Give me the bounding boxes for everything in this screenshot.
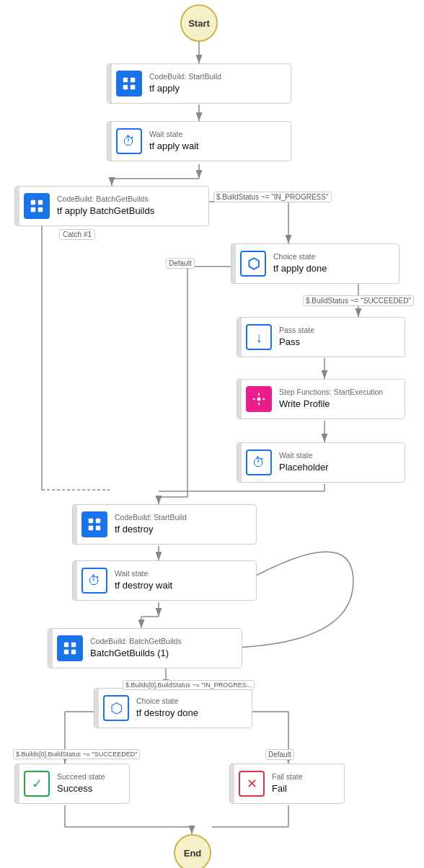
svg-rect-41 <box>31 207 35 212</box>
choice-apply-title: tf apply done <box>273 262 392 275</box>
choice-destroy-node[interactable]: ⬡ Choice state tf destroy done <box>94 688 252 728</box>
fail-icon: ✕ <box>239 771 265 797</box>
fail-text: Fail state Fail <box>269 764 344 803</box>
svg-rect-46 <box>89 526 93 530</box>
choice-apply-text: Choice state tf apply done <box>270 244 399 283</box>
svg-rect-47 <box>96 526 100 530</box>
catch-label: Catch #1 <box>59 229 95 240</box>
codebuild-destroy-subtitle: CodeBuild: StartBuild <box>115 513 249 523</box>
pass-title: Pass <box>279 336 397 349</box>
pass-node[interactable]: ↓ Pass state Pass <box>237 317 405 357</box>
icon-area: ↓ <box>242 318 276 357</box>
pass-icon: ↓ <box>246 324 272 350</box>
codebuild-destroy-icon <box>81 511 107 537</box>
codebuild-apply-subtitle: CodeBuild: StartBuild <box>149 72 283 82</box>
succeeded-destroy-label: $.Builds[0].BuildStatus ~= "SUCCEEDED" <box>13 749 140 759</box>
wait-apply-title: tf apply wait <box>149 140 283 153</box>
icon-area: ✓ <box>19 764 54 803</box>
batch-destroy-text: CodeBuild: BatchGetBuilds BatchGetBuilds… <box>87 629 242 668</box>
choice-destroy-subtitle: Choice state <box>136 697 244 707</box>
batch-destroy-icon <box>57 635 83 661</box>
step-functions-title: Write Profile <box>279 398 397 411</box>
wait-apply-icon: ⏱ <box>116 128 142 154</box>
choice-destroy-title: tf destroy done <box>136 707 244 720</box>
icon-area <box>112 64 146 103</box>
svg-rect-50 <box>64 650 69 654</box>
svg-rect-49 <box>71 643 76 647</box>
wait-placeholder-text: Wait state Placeholder <box>276 443 405 482</box>
wait-apply-text: Wait state tf apply wait <box>146 122 291 161</box>
batch-apply-title: tf apply BatchGetBuilds <box>57 205 201 218</box>
wait-placeholder-subtitle: Wait state <box>279 451 397 461</box>
icon-area <box>19 187 54 225</box>
codebuild-apply-text: CodeBuild: StartBuild tf apply <box>146 64 291 103</box>
codebuild-destroy-node[interactable]: CodeBuild: StartBuild tf destroy <box>72 504 257 545</box>
batch-apply-node[interactable]: CodeBuild: BatchGetBuilds tf apply Batch… <box>14 186 209 226</box>
batch-apply-subtitle: CodeBuild: BatchGetBuilds <box>57 194 201 205</box>
icon-area: ✕ <box>234 764 269 803</box>
icon-area <box>53 629 87 668</box>
icon-area <box>242 380 276 419</box>
codebuild-apply-icon <box>116 71 142 97</box>
default-destroy-label: Default <box>265 749 294 760</box>
choice-apply-subtitle: Choice state <box>273 252 392 262</box>
codebuild-apply-title: tf apply <box>149 82 283 95</box>
svg-point-43 <box>257 398 261 401</box>
success-node[interactable]: ✓ Succeed state Success <box>14 764 130 804</box>
svg-rect-36 <box>131 78 135 82</box>
choice-destroy-icon: ⬡ <box>103 695 129 721</box>
svg-rect-45 <box>96 519 100 523</box>
wait-apply-node[interactable]: ⏱ Wait state tf apply wait <box>107 121 291 161</box>
svg-rect-44 <box>89 519 93 523</box>
codebuild-destroy-text: CodeBuild: StartBuild tf destroy <box>112 505 256 544</box>
batch-destroy-title: BatchGetBuilds (1) <box>90 647 234 660</box>
svg-rect-38 <box>131 85 135 89</box>
codebuild-apply-node[interactable]: CodeBuild: StartBuild tf apply <box>107 63 291 104</box>
batch-destroy-cond-label: $.Builds[0].BuildStatus ~= "IN_PROGRES..… <box>123 680 255 690</box>
wait-destroy-title: tf destroy wait <box>115 579 249 592</box>
wait-destroy-icon: ⏱ <box>81 568 107 594</box>
wait-apply-subtitle: Wait state <box>149 130 283 140</box>
wait-destroy-node[interactable]: ⏱ Wait state tf destroy wait <box>72 560 257 601</box>
fail-title: Fail <box>272 782 337 795</box>
succeeded-apply-label: $.BuildStatus ~= "SUCCEEDED" <box>303 295 414 306</box>
batch-apply-cond-label: $.BuildStatus ~= "IN_PROGRESS" <box>213 192 332 202</box>
start-label: Start <box>188 18 210 29</box>
choice-apply-icon: ⬡ <box>240 251 266 277</box>
end-label: End <box>184 848 202 859</box>
batch-destroy-subtitle: CodeBuild: BatchGetBuilds <box>90 637 234 647</box>
wait-destroy-subtitle: Wait state <box>115 569 249 579</box>
success-icon: ✓ <box>24 771 50 797</box>
svg-rect-48 <box>64 643 69 647</box>
choice-destroy-text: Choice state tf destroy done <box>133 689 252 728</box>
pass-text: Pass state Pass <box>276 318 405 357</box>
wait-placeholder-node[interactable]: ⏱ Wait state Placeholder <box>237 442 405 483</box>
step-functions-icon <box>246 386 272 412</box>
icon-area: ⏱ <box>242 443 276 482</box>
batch-apply-icon <box>24 193 50 219</box>
success-subtitle: Succeed state <box>57 772 122 782</box>
start-node: Start <box>180 4 218 42</box>
end-node: End <box>174 834 211 868</box>
svg-rect-37 <box>123 85 128 89</box>
fail-node[interactable]: ✕ Fail state Fail <box>229 764 345 804</box>
choice-apply-node[interactable]: ⬡ Choice state tf apply done <box>231 243 399 284</box>
icon-area <box>77 505 112 544</box>
step-functions-node[interactable]: Step Functions: StartExecution Write Pro… <box>237 379 405 419</box>
icon-area: ⬡ <box>99 689 133 728</box>
wait-placeholder-icon: ⏱ <box>246 449 272 475</box>
step-functions-subtitle: Step Functions: StartExecution <box>279 388 397 398</box>
fail-subtitle: Fail state <box>272 772 337 782</box>
svg-rect-40 <box>38 200 43 205</box>
wait-destroy-text: Wait state tf destroy wait <box>112 561 256 600</box>
icon-area: ⏱ <box>77 561 112 600</box>
svg-rect-42 <box>38 207 43 212</box>
success-title: Success <box>57 782 122 795</box>
svg-rect-39 <box>31 200 35 205</box>
batch-destroy-node[interactable]: CodeBuild: BatchGetBuilds BatchGetBuilds… <box>48 628 242 668</box>
success-text: Succeed state Success <box>54 764 129 803</box>
svg-rect-35 <box>123 78 128 82</box>
step-functions-text: Step Functions: StartExecution Write Pro… <box>276 380 405 419</box>
svg-rect-51 <box>71 650 76 654</box>
batch-apply-text: CodeBuild: BatchGetBuilds tf apply Batch… <box>54 187 208 225</box>
